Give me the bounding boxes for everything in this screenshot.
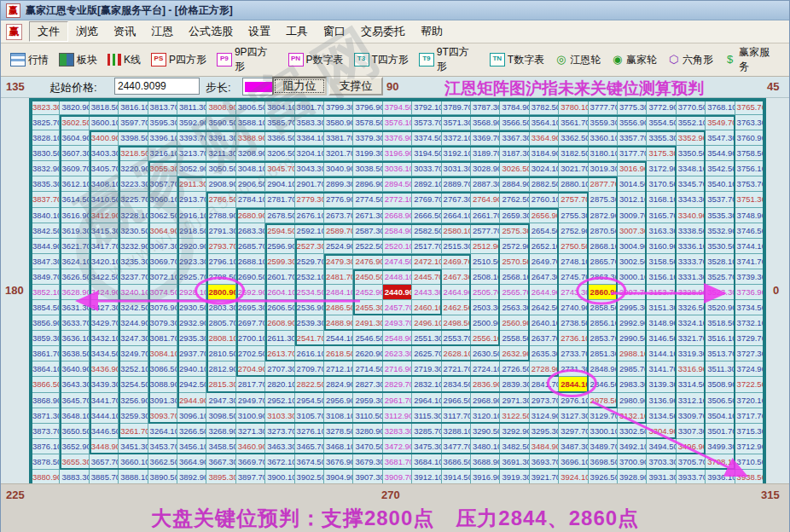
- toolbar-item[interactable]: T99T四方形: [415, 43, 484, 77]
- toolbar-item[interactable]: TNT数字表: [485, 50, 549, 70]
- menu-item-2[interactable]: 浏览: [68, 22, 106, 41]
- support-button[interactable]: 支撑位: [328, 77, 383, 95]
- grid-cell: 3777.70: [589, 100, 618, 115]
- toolbar-item[interactable]: T3T四方形: [350, 50, 413, 70]
- grid-cell: 2606.50: [265, 300, 294, 315]
- grid-cell: 2796.10: [206, 254, 235, 269]
- grid-cell: 3710.50: [735, 454, 764, 470]
- grid-cell: 3871.30: [31, 408, 60, 424]
- grid-cell: 3595.30: [148, 115, 177, 130]
- grid-cell: 3170.50: [647, 176, 676, 192]
- grid-cell: 3115.30: [412, 408, 441, 424]
- menu-item-1[interactable]: 文件: [29, 21, 68, 42]
- t9-square-icon: T9: [419, 53, 434, 66]
- grid-cell: 2880.10: [559, 176, 588, 192]
- grid-cell: 3187.30: [500, 146, 529, 161]
- grid-cell: 2455.30: [353, 300, 382, 315]
- grid-cell: 2745.70: [559, 269, 588, 285]
- toolbar-item[interactable]: P99P四方形: [212, 43, 282, 77]
- grid-cell: 3650.50: [60, 424, 89, 439]
- grid-cell: 3460.90: [236, 439, 265, 454]
- toolbar-item-label: 江恩轮: [570, 53, 601, 67]
- grid-cell: 3124.90: [530, 408, 559, 424]
- grid-cell: 2964.10: [412, 393, 441, 408]
- grid-cell: 2690.50: [236, 269, 265, 285]
- grid-cell: 2704.90: [236, 361, 265, 377]
- grid-cell: 2928.10: [177, 285, 206, 300]
- grid-cell: 3139.30: [647, 377, 676, 392]
- grid-cell: 3717.70: [735, 408, 764, 424]
- resistance-button[interactable]: 阻力位: [272, 77, 327, 95]
- grid-cell: 3396.10: [148, 130, 177, 146]
- grid-cell: 2572.90: [500, 239, 529, 254]
- headline-text: 江恩矩阵图沪指未来关键位测算预判: [444, 78, 760, 100]
- menu-item-3[interactable]: 资讯: [106, 22, 143, 41]
- grid-cell: 3254.50: [119, 377, 148, 392]
- grid-cell: 2803.30: [206, 300, 235, 315]
- grid-cell: 3772.90: [647, 100, 676, 115]
- grid-cell: 2546.50: [353, 331, 382, 346]
- toolbar-item[interactable]: PSP四方形: [147, 50, 211, 70]
- toolbar-item[interactable]: ◉赢家轮: [607, 50, 661, 70]
- toolbar-item[interactable]: 板块: [55, 50, 102, 70]
- toolbar-item[interactable]: 行情: [6, 50, 53, 70]
- grid-cell: 2853.70: [589, 331, 618, 346]
- grid-cell: 2625.70: [412, 346, 441, 361]
- grid-cell: 3616.90: [60, 208, 89, 223]
- grid-cell: 3326.50: [677, 300, 706, 315]
- grid-cell: 3804.10: [265, 100, 294, 115]
- grid-cell: 3132.10: [618, 408, 647, 424]
- grid-cell: 3765.70: [735, 100, 764, 115]
- grid-cell: 2815.30: [206, 377, 235, 392]
- toolbar-item[interactable]: PNP数字表: [284, 50, 348, 70]
- grid-cell: 3285.70: [412, 424, 441, 439]
- grid-cell: 3019.30: [589, 161, 618, 176]
- grid-cell: 3674.50: [295, 454, 324, 470]
- angle-label-180: 180: [5, 284, 24, 297]
- grid-cell: 2692.90: [236, 285, 265, 300]
- gann-wheel-icon: ◎: [555, 54, 567, 66]
- toolbar-item[interactable]: $赢家服务: [719, 43, 784, 77]
- toolbar-item[interactable]: ◎江恩轮: [550, 50, 605, 70]
- toolbar-item[interactable]: K线: [103, 50, 145, 70]
- grid-cell: 2959.30: [353, 393, 382, 408]
- grid-cell: 2676.10: [295, 208, 324, 223]
- grid-cell: 3120.10: [471, 408, 500, 424]
- menu-item-9[interactable]: 交易委托: [353, 22, 413, 41]
- grid-cell: 2450.50: [353, 269, 382, 285]
- grid-cell: 3542.50: [706, 161, 735, 176]
- menu-item-4[interactable]: 江恩: [143, 22, 181, 41]
- grid-cell: 3412.90: [90, 208, 119, 223]
- grid-cell: 3472.90: [383, 439, 412, 454]
- start-price-input[interactable]: [114, 78, 200, 95]
- grid-cell: 3283.30: [383, 424, 412, 439]
- grid-cell: 2913.70: [177, 192, 206, 207]
- toolbar-item[interactable]: ⬡六角形: [663, 50, 717, 70]
- grid-cell: 2500.90: [471, 315, 500, 331]
- menu-item-7[interactable]: 工具: [278, 22, 316, 41]
- grid-cell: 3556.90: [618, 115, 647, 130]
- menu-item-8[interactable]: 窗口: [316, 22, 353, 41]
- grid-cell: 3069.70: [148, 254, 177, 269]
- grid-cell: 2462.50: [442, 300, 471, 315]
- menu-item-6[interactable]: 设置: [241, 22, 278, 41]
- grid-cell: 3026.50: [500, 161, 529, 176]
- grid-cell: 3477.70: [442, 439, 471, 454]
- grid-cell: 2877.70: [589, 176, 618, 192]
- grid-cell: 2841.70: [530, 377, 559, 392]
- grid-cell: 2642.50: [530, 300, 559, 315]
- grid-cell: 3216.10: [148, 146, 177, 161]
- grid-cell: 3727.30: [735, 346, 764, 361]
- grid-cell: 2748.10: [559, 254, 588, 269]
- grid-cell: 2918.50: [177, 223, 206, 239]
- grid-cell: 2469.70: [442, 254, 471, 269]
- grid-cell: 3458.50: [206, 439, 235, 454]
- menu-logo-icon: 赢: [6, 24, 22, 40]
- menu-item-10[interactable]: 帮助: [413, 22, 450, 41]
- menu-item-5[interactable]: 公式选股: [181, 22, 241, 41]
- grid-cell: 2613.70: [265, 346, 294, 361]
- grid-cell: 2505.70: [471, 285, 500, 300]
- grid-cell: 2904.10: [265, 176, 294, 192]
- grid-cell: 2532.10: [295, 269, 324, 285]
- angle-label-270: 270: [381, 489, 400, 501]
